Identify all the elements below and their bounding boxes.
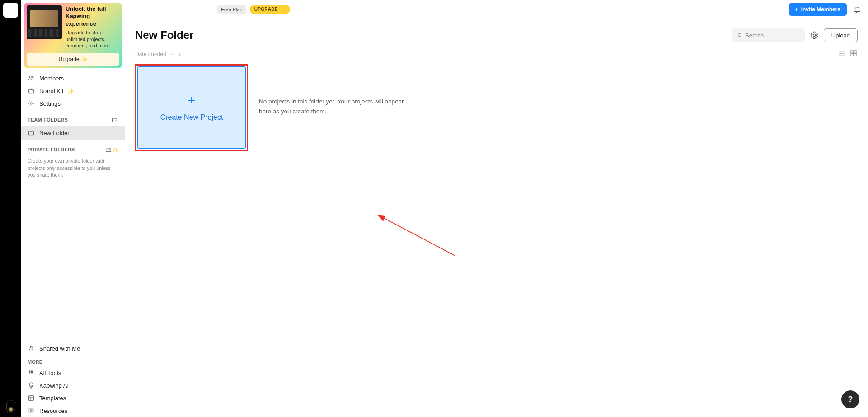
section-label: TEAM FOLDERS xyxy=(28,117,68,122)
search-input[interactable] xyxy=(745,32,800,39)
empty-state-message: No projects in this folder yet. Your pro… xyxy=(259,64,408,116)
gear-icon xyxy=(28,100,35,107)
lightbulb-icon xyxy=(28,382,35,389)
sparkle-icon: ✨ xyxy=(279,6,286,12)
grid-icon xyxy=(28,369,35,376)
invite-members-button[interactable]: + Invite Members xyxy=(789,3,847,16)
sidebar-item-brand-kit[interactable]: Brand Kit ✨ xyxy=(21,84,125,97)
promo-subtitle: Upgrade to store unlimited projects, com… xyxy=(66,29,119,50)
folder-name: New Folder xyxy=(39,130,69,136)
svg-point-13 xyxy=(738,33,741,36)
theme-toggle[interactable] xyxy=(6,400,15,413)
upgrade-pill-label: UPGRADE xyxy=(254,7,278,12)
sidebar-item-label: Templates xyxy=(39,395,66,402)
folder-icon xyxy=(28,129,35,136)
svg-rect-16 xyxy=(854,51,856,53)
projects-grid: + Create New Project No projects in this… xyxy=(125,61,868,154)
svg-line-20 xyxy=(378,215,455,256)
svg-rect-17 xyxy=(851,54,853,56)
sidebar-item-label: All Tools xyxy=(39,370,61,376)
content-header: New Folder Upload xyxy=(125,19,868,45)
sidebar-item-label: Kapwing AI xyxy=(39,382,69,389)
promo-thumbnail xyxy=(27,5,62,39)
sidebar-item-settings[interactable]: Settings xyxy=(21,97,125,110)
upgrade-promo-card: Unlock the full Kapwing experience Upgra… xyxy=(24,3,122,68)
svg-point-0 xyxy=(29,76,31,78)
main-area: Free Plan UPGRADE ✨ + Invite Members New… xyxy=(125,0,868,417)
plus-icon: + xyxy=(188,94,196,107)
team-folder-item[interactable]: New Folder xyxy=(21,126,125,140)
private-folders-hint: Create your own private folder with proj… xyxy=(21,156,125,183)
create-card-label: Create New Project xyxy=(160,113,223,122)
rail-bottom xyxy=(0,400,21,413)
app-rail xyxy=(0,0,21,417)
add-private-folder-button[interactable]: ✨ xyxy=(105,146,118,153)
sidebar-item-label: Resources xyxy=(39,408,67,414)
annotation-arrow xyxy=(247,125,464,260)
help-button[interactable]: ? xyxy=(841,390,859,408)
svg-point-3 xyxy=(30,103,32,104)
upgrade-button-label: Upgrade xyxy=(58,56,79,62)
svg-point-9 xyxy=(31,372,32,373)
more-section-label: MORE xyxy=(21,355,125,366)
sparkle-icon: ✨ xyxy=(81,56,88,62)
search-box[interactable] xyxy=(732,28,805,42)
sidebar-item-label: Shared with Me xyxy=(39,345,80,352)
promo-title: Unlock the full Kapwing experience xyxy=(66,5,119,28)
private-folders-header: PRIVATE FOLDERS ✨ xyxy=(21,140,125,156)
help-label: ? xyxy=(848,395,853,404)
sidebar-item-kapwing-ai[interactable]: Kapwing AI xyxy=(21,379,125,392)
toggle-knob xyxy=(8,407,14,412)
svg-point-14 xyxy=(813,34,815,37)
document-icon xyxy=(28,407,35,414)
svg-point-7 xyxy=(32,371,33,372)
plus-icon: + xyxy=(795,6,798,13)
members-icon xyxy=(28,75,35,82)
free-plan-badge: Free Plan xyxy=(217,5,246,14)
annotation-highlight-box: + Create New Project xyxy=(135,64,248,151)
sidebar-item-label: Brand Kit xyxy=(39,88,63,94)
svg-point-1 xyxy=(32,77,33,78)
sort-dropdown[interactable]: Date created xyxy=(135,51,166,57)
svg-rect-11 xyxy=(29,396,34,401)
sidebar-item-shared[interactable]: Shared with Me xyxy=(21,342,125,355)
svg-rect-2 xyxy=(29,90,34,93)
briefcase-icon xyxy=(28,87,35,94)
sidebar-bottom: Shared with Me MORE All Tools Kapwing AI… xyxy=(21,342,125,417)
topbar: Free Plan UPGRADE ✨ + Invite Members xyxy=(125,0,868,19)
app-logo[interactable] xyxy=(3,3,18,18)
upload-button[interactable]: Upload xyxy=(824,28,858,42)
sidebar-item-all-tools[interactable]: All Tools xyxy=(21,366,125,379)
grid-view-button[interactable] xyxy=(849,49,858,59)
create-new-project-card[interactable]: + Create New Project xyxy=(137,66,246,149)
svg-rect-18 xyxy=(854,54,856,56)
svg-point-5 xyxy=(29,371,30,372)
sidebar-item-label: Members xyxy=(39,75,64,82)
notifications-icon[interactable] xyxy=(853,5,861,14)
section-label: PRIVATE FOLDERS xyxy=(28,147,75,152)
sidebar-item-label: Settings xyxy=(39,100,61,107)
template-icon xyxy=(28,394,35,402)
svg-point-4 xyxy=(30,346,33,348)
invite-button-label: Invite Members xyxy=(801,6,840,13)
team-folders-header: TEAM FOLDERS xyxy=(21,110,125,126)
sidebar-item-members[interactable]: Members xyxy=(21,72,125,84)
arrow-down-icon[interactable] xyxy=(177,52,183,57)
sidebar-item-templates[interactable]: Templates xyxy=(21,392,125,404)
sidebar-item-resources[interactable]: Resources xyxy=(21,404,125,417)
sparkle-icon: ✨ xyxy=(68,88,74,94)
chevron-down-icon xyxy=(169,52,174,57)
page-title: New Folder xyxy=(135,29,193,42)
add-team-folder-button[interactable] xyxy=(111,116,118,123)
sort-row: Date created xyxy=(125,45,868,61)
search-icon xyxy=(737,32,742,38)
sort-label: Date created xyxy=(135,51,166,57)
settings-icon-button[interactable] xyxy=(809,30,819,40)
list-view-button[interactable] xyxy=(838,49,846,59)
upgrade-button[interactable]: Upgrade ✨ xyxy=(27,53,119,66)
svg-point-10 xyxy=(32,372,33,373)
svg-rect-15 xyxy=(851,51,853,53)
upgrade-pill-button[interactable]: UPGRADE ✨ xyxy=(250,5,290,14)
svg-point-8 xyxy=(29,372,30,373)
svg-point-6 xyxy=(31,371,32,372)
